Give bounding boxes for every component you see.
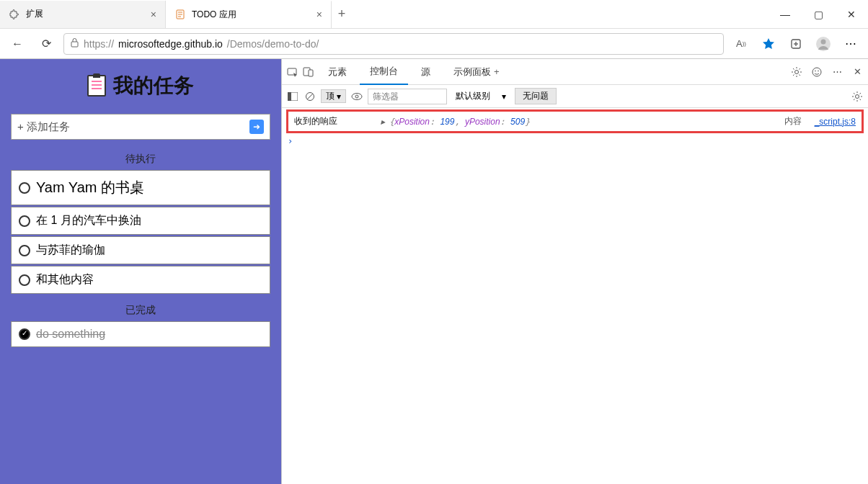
console-output: 收到的响应 ▸{xPosition: 199, yPosition: 509} … bbox=[282, 108, 868, 484]
svg-point-15 bbox=[815, 70, 816, 71]
refresh-button[interactable]: ⟳ bbox=[35, 32, 58, 55]
context-selector[interactable]: 顶 ▾ bbox=[321, 89, 346, 103]
favorite-icon[interactable] bbox=[757, 32, 780, 55]
lock-icon bbox=[70, 37, 79, 50]
task-label: 与苏菲的瑜伽 bbox=[36, 243, 105, 258]
more-icon[interactable]: ⋯ bbox=[839, 32, 862, 55]
add-task-placeholder: + 添加任务 bbox=[17, 120, 70, 134]
filter-input[interactable] bbox=[368, 89, 447, 104]
radio-checked-icon[interactable] bbox=[19, 328, 30, 340]
more-icon[interactable]: ⋯ bbox=[831, 66, 843, 79]
log-message: 收到的响应 bbox=[294, 115, 337, 127]
puzzle-icon bbox=[9, 9, 20, 20]
devtools-tabs: 元素 控制台 源 示例面板 + ⋯ ✕ bbox=[282, 59, 868, 85]
app-title: 我的任务 bbox=[113, 72, 194, 99]
svg-rect-4 bbox=[71, 42, 78, 47]
add-task-input[interactable]: + 添加任务 ➜ bbox=[11, 114, 270, 140]
console-filterbar: 顶 ▾ 默认级别 ▾ 无问题 bbox=[282, 85, 868, 108]
collections-icon[interactable] bbox=[784, 32, 807, 55]
tab-extensions[interactable]: 扩展 × bbox=[0, 1, 166, 28]
radio-icon[interactable] bbox=[19, 245, 30, 256]
source-link[interactable]: _script.js:8 bbox=[815, 117, 856, 127]
devtools-panel: 元素 控制台 源 示例面板 + ⋯ ✕ 顶 ▾ 默认级别 ▾ 无问题 收到的响应 bbox=[281, 59, 868, 484]
todo-app: 我的任务 + 添加任务 ➜ 待执行 Yam Yam 的书桌 在 1 月的汽车中换… bbox=[0, 59, 281, 484]
tab-sample-panel[interactable]: 示例面板 + bbox=[443, 59, 510, 85]
new-tab-button[interactable]: + bbox=[332, 6, 352, 22]
task-label: Yam Yam 的书桌 bbox=[36, 178, 144, 197]
tab-title: TODO 应用 bbox=[192, 9, 236, 21]
log-object[interactable]: ▸{xPosition: 199, yPosition: 509} bbox=[381, 117, 530, 127]
log-level-selector[interactable]: 默认级别 ▾ bbox=[451, 90, 510, 102]
url-prefix: https:// bbox=[84, 38, 114, 50]
svg-rect-12 bbox=[309, 70, 313, 76]
maximize-button[interactable]: ▢ bbox=[802, 0, 835, 29]
minimize-button[interactable]: — bbox=[769, 0, 802, 29]
url-path: /Demos/demo-to-do/ bbox=[227, 38, 319, 50]
device-icon[interactable] bbox=[302, 66, 315, 79]
close-button[interactable]: ✕ bbox=[835, 0, 868, 29]
console-settings-icon[interactable] bbox=[851, 90, 864, 103]
task-item[interactable]: Yam Yam 的书桌 bbox=[11, 170, 270, 205]
browser-toolbar: ← ⟳ https://microsoftedge.github.io/Demo… bbox=[0, 29, 868, 59]
close-icon[interactable]: ✕ bbox=[851, 66, 864, 79]
radio-icon[interactable] bbox=[19, 274, 30, 286]
url-host: microsoftedge.github.io bbox=[118, 38, 223, 50]
svg-point-22 bbox=[355, 95, 358, 98]
chevron-down-icon: ▾ bbox=[502, 91, 506, 102]
console-log-row[interactable]: 收到的响应 ▸{xPosition: 199, yPosition: 509} … bbox=[286, 109, 864, 133]
expand-icon[interactable]: ▸ bbox=[381, 117, 385, 127]
task-item[interactable]: 与苏菲的瑜伽 bbox=[11, 236, 270, 264]
console-prompt[interactable]: › bbox=[282, 135, 868, 148]
svg-point-23 bbox=[856, 94, 859, 98]
svg-point-21 bbox=[352, 93, 362, 99]
clipboard-icon bbox=[87, 75, 106, 97]
task-label: 在 1 月的汽车中换油 bbox=[36, 213, 141, 228]
svg-point-9 bbox=[821, 39, 826, 44]
no-issues-button[interactable]: 无问题 bbox=[515, 88, 557, 104]
chevron-down-icon: ▾ bbox=[337, 91, 341, 102]
radio-icon[interactable] bbox=[19, 182, 30, 194]
svg-point-16 bbox=[818, 70, 819, 71]
task-label: 和其他内容 bbox=[36, 272, 94, 287]
feedback-icon[interactable] bbox=[810, 66, 823, 79]
radio-icon[interactable] bbox=[19, 215, 30, 227]
window-controls: — ▢ ✕ bbox=[769, 0, 868, 29]
inspect-icon[interactable] bbox=[286, 66, 299, 79]
browser-titlebar: 扩展 × TODO 应用 × + — ▢ ✕ bbox=[0, 0, 868, 29]
task-label: do something bbox=[36, 328, 105, 341]
sidebar-toggle-icon[interactable] bbox=[286, 90, 299, 103]
close-icon[interactable]: × bbox=[151, 9, 156, 20]
profile-icon[interactable] bbox=[812, 32, 835, 55]
completed-header: 已完成 bbox=[11, 300, 270, 321]
task-item[interactable]: 和其他内容 bbox=[11, 266, 270, 294]
read-aloud-icon[interactable]: A)) bbox=[730, 32, 753, 55]
tab-title: 扩展 bbox=[26, 8, 43, 20]
app-header: 我的任务 bbox=[87, 72, 194, 99]
svg-line-20 bbox=[307, 94, 313, 99]
log-context: 内容 bbox=[784, 115, 802, 127]
submit-icon[interactable]: ➜ bbox=[249, 120, 264, 134]
task-item[interactable]: 在 1 月的汽车中换油 bbox=[11, 207, 270, 235]
clear-console-icon[interactable] bbox=[304, 90, 316, 103]
tab-todo-app[interactable]: TODO 应用 × bbox=[166, 1, 332, 28]
close-icon[interactable]: × bbox=[316, 9, 322, 20]
tab-console[interactable]: 控制台 bbox=[360, 59, 408, 85]
svg-point-14 bbox=[812, 68, 821, 76]
settings-icon[interactable] bbox=[790, 66, 803, 79]
svg-point-13 bbox=[795, 70, 799, 73]
live-expression-icon[interactable] bbox=[350, 90, 363, 103]
tab-sources[interactable]: 源 bbox=[411, 59, 440, 85]
svg-rect-18 bbox=[288, 92, 291, 101]
address-bar[interactable]: https://microsoftedge.github.io/Demos/de… bbox=[63, 33, 724, 55]
pending-header: 待执行 bbox=[11, 148, 270, 170]
task-item-done[interactable]: do something bbox=[11, 321, 270, 347]
file-icon bbox=[174, 9, 186, 20]
back-button[interactable]: ← bbox=[6, 32, 29, 55]
tab-elements[interactable]: 元素 bbox=[318, 59, 357, 85]
